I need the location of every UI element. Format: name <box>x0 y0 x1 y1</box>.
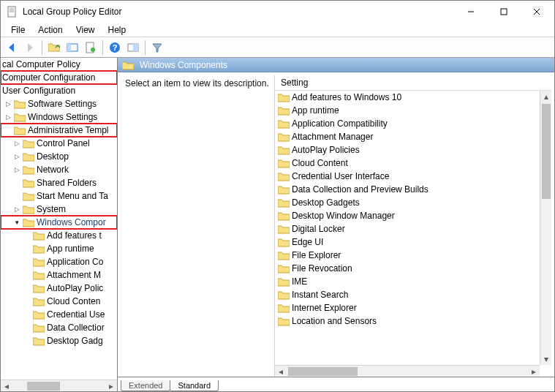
list-item[interactable]: Add features to Windows 10 <box>275 91 540 104</box>
chevron-down-icon[interactable]: ▾ <box>12 218 21 227</box>
tree-sub[interactable]: ▷ AutoPlay Polic <box>1 282 117 295</box>
tree-desktop[interactable]: ▷ Desktop <box>1 150 117 163</box>
list-item[interactable]: Application Compatibility <box>275 117 540 130</box>
scroll-thumb[interactable] <box>542 104 551 199</box>
scroll-thumb[interactable] <box>27 382 60 391</box>
list-item[interactable]: Internet Explorer <box>275 301 540 314</box>
tree-control-panel[interactable]: ▷ Control Panel <box>1 137 117 150</box>
tree-sub[interactable]: ▷ Add features t <box>1 229 117 242</box>
folder-icon <box>122 60 134 70</box>
folder-icon <box>14 99 26 109</box>
list-item[interactable]: Credential User Interface <box>275 170 540 183</box>
tree-sub[interactable]: ▷ Application Co <box>1 255 117 268</box>
tree-shared-folders[interactable]: ▷ Shared Folders <box>1 176 117 189</box>
tree-network[interactable]: ▷ Network <box>1 163 117 176</box>
folder-icon <box>33 244 45 254</box>
folder-icon <box>278 263 290 274</box>
folder-icon <box>278 92 290 102</box>
list-h-scrollbar[interactable]: ◂ ▸ <box>275 365 540 377</box>
scroll-up-icon[interactable]: ▴ <box>540 91 551 102</box>
forward-button[interactable] <box>22 39 38 56</box>
list-v-scrollbar[interactable]: ▴ ▾ <box>540 91 551 365</box>
list-item[interactable]: Instant Search <box>275 288 540 301</box>
scroll-right-icon[interactable]: ▸ <box>528 366 540 377</box>
scroll-down-icon[interactable]: ▾ <box>540 353 551 365</box>
column-header-setting[interactable]: Setting <box>275 75 551 90</box>
window-title: Local Group Policy Editor <box>23 7 454 17</box>
folder-icon <box>23 178 34 188</box>
chevron-right-icon[interactable]: ▷ <box>12 139 21 148</box>
up-button[interactable] <box>46 39 62 56</box>
scroll-left-icon[interactable]: ◂ <box>275 366 287 377</box>
tree-sub[interactable]: ▷ Desktop Gadg <box>1 334 117 347</box>
scroll-left-icon[interactable]: ◂ <box>1 380 12 391</box>
folder-icon <box>33 230 45 241</box>
gpedit-window: Local Group Policy Editor File Action Vi… <box>0 0 555 392</box>
folder-icon <box>278 184 290 195</box>
tree-h-scrollbar[interactable]: ◂ ▸ <box>1 380 117 391</box>
list-item[interactable]: Desktop Gadgets <box>275 196 540 209</box>
folder-icon <box>14 112 26 122</box>
filter-button[interactable] <box>149 39 165 56</box>
list-item[interactable]: Location and Sensors <box>275 314 540 328</box>
scroll-thumb[interactable] <box>288 367 358 376</box>
folder-icon <box>33 323 45 333</box>
tree-windows-settings[interactable]: ▷ Windows Settings <box>1 110 117 124</box>
chevron-right-icon[interactable]: ▷ <box>4 113 12 121</box>
tree-sub[interactable]: ▷ Attachment M <box>1 268 117 282</box>
menu-view[interactable]: View <box>70 23 101 37</box>
tree-sub[interactable]: ▷ Data Collectior <box>1 321 117 334</box>
chevron-right-icon[interactable]: ▷ <box>4 99 12 108</box>
list-item[interactable]: File Explorer <box>275 249 540 262</box>
list-item[interactable]: Data Collection and Preview Builds <box>275 183 540 196</box>
tree[interactable]: cal Computer Policy Computer Configurati… <box>1 58 117 380</box>
minimize-button[interactable] <box>454 1 487 22</box>
chevron-right-icon[interactable]: ▷ <box>12 152 21 161</box>
tree-sub[interactable]: ▷ Cloud Conten <box>1 295 117 308</box>
list-item[interactable]: Desktop Window Manager <box>275 209 540 222</box>
folder-icon <box>278 237 290 247</box>
svg-rect-9 <box>67 44 71 51</box>
chevron-right-icon[interactable]: ▷ <box>12 165 21 174</box>
scroll-right-icon[interactable]: ▸ <box>105 380 117 391</box>
tab-extended[interactable]: Extended <box>121 380 170 391</box>
list-item[interactable]: Attachment Manager <box>275 130 540 143</box>
tree-root[interactable]: cal Computer Policy <box>1 58 117 71</box>
back-button[interactable] <box>4 39 20 56</box>
tree-sub[interactable]: ▷ App runtime <box>1 242 117 255</box>
list-item[interactable]: Edge UI <box>275 235 540 249</box>
list-item[interactable]: File Revocation <box>275 262 540 275</box>
menu-help[interactable]: Help <box>102 23 132 37</box>
settings-list[interactable]: Add features to Windows 10App runtimeApp… <box>275 91 540 365</box>
tree-computer-configuration[interactable]: Computer Configuration <box>1 71 117 84</box>
tree-user-configuration[interactable]: User Configuration <box>1 84 117 97</box>
menu-action[interactable]: Action <box>32 23 68 37</box>
folder-icon <box>23 191 34 201</box>
tree-system[interactable]: ▷ System <box>1 203 117 216</box>
menu-file[interactable]: File <box>5 23 31 37</box>
tab-standard[interactable]: Standard <box>170 380 219 391</box>
list-item[interactable]: App runtime <box>275 104 540 117</box>
folder-icon <box>23 165 34 175</box>
properties-button[interactable] <box>125 39 141 56</box>
list-item-label: Internet Explorer <box>292 303 357 313</box>
tree-administrative-templates[interactable]: ▼ Administrative Templ <box>1 124 117 137</box>
export-button[interactable] <box>83 39 99 56</box>
tree-windows-components[interactable]: ▾ Windows Compor <box>1 216 117 229</box>
tree-sub[interactable]: ▷ Credential Use <box>1 308 117 321</box>
help-button[interactable]: ? <box>107 39 123 56</box>
close-button[interactable] <box>520 1 553 22</box>
folder-icon <box>278 105 290 116</box>
list-item[interactable]: Cloud Content <box>275 157 540 170</box>
maximize-button[interactable] <box>487 1 520 22</box>
list-item-label: File Revocation <box>292 263 352 274</box>
folder-icon <box>278 316 290 326</box>
tree-software-settings[interactable]: ▷ Software Settings <box>1 97 117 110</box>
show-hide-tree-button[interactable] <box>64 39 80 56</box>
tree-start-menu[interactable]: ▷ Start Menu and Ta <box>1 189 117 203</box>
list-item[interactable]: Digital Locker <box>275 222 540 235</box>
folder-icon <box>278 303 290 313</box>
list-item[interactable]: IME <box>275 275 540 288</box>
list-item[interactable]: AutoPlay Policies <box>275 143 540 157</box>
chevron-right-icon[interactable]: ▷ <box>12 205 21 214</box>
